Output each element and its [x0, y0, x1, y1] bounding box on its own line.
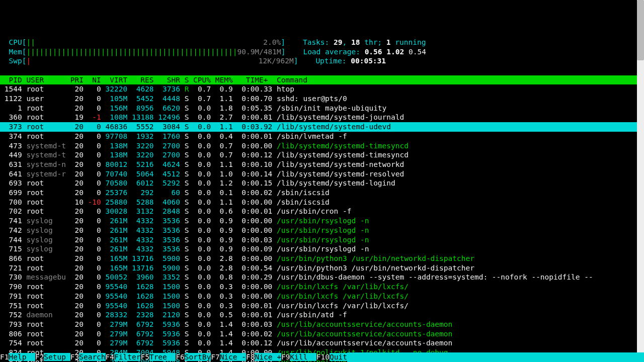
fkey-label[interactable]: SortBy: [185, 353, 211, 361]
process-row[interactable]: 751 root 20 0 95540 1628 1500 S 0.0 0.3 …: [0, 301, 644, 311]
fkey-label[interactable]: Nice -: [220, 353, 246, 361]
fkey-label[interactable]: Help: [9, 353, 35, 361]
process-row[interactable]: 793 root 20 0 279M 6792 5936 S 0.0 1.4 0…: [0, 320, 644, 329]
fkey-label[interactable]: Filter: [114, 353, 140, 361]
process-row[interactable]: 721 root 20 0 165M 13716 5900 S 0.0 2.8 …: [0, 263, 644, 273]
process-row[interactable]: 1122 user 20 0 105M 5452 4448 S 0.7 1.1 …: [0, 94, 644, 104]
process-row[interactable]: 631 systemd-n 20 0 80012 5216 4624 S 0.0…: [0, 160, 644, 169]
process-row[interactable]: 754 root 20 0 279M 6792 5936 S 0.0 1.4 0…: [0, 338, 644, 348]
fkey: F6: [176, 353, 184, 361]
fkey-label[interactable]: Setup: [44, 353, 70, 361]
process-row[interactable]: 741 syslog 20 0 261M 4332 3536 S 0.0 0.9…: [0, 216, 644, 226]
column-header[interactable]: PID USER PRI NI VIRT RES SHR S CPU% MEM%…: [0, 75, 637, 85]
fkey: F3: [70, 353, 79, 361]
process-row[interactable]: 866 root 20 0 165M 13716 5900 S 0.0 2.8 …: [0, 254, 644, 263]
fkey: F4: [106, 353, 114, 361]
scrollbar[interactable]: [637, 0, 644, 362]
process-row[interactable]: 752 daemon 20 0 28332 2328 2120 S 0.0 0.…: [0, 310, 644, 320]
fkey-label[interactable]: Tree: [149, 353, 176, 361]
fkey-label[interactable]: Quit: [330, 353, 347, 361]
swp-meter: Swp[| 12K/962M] Uptime: 00:05:31: [0, 56, 644, 66]
process-row[interactable]: 744 syslog 20 0 261M 4332 3536 S 0.0 0.9…: [0, 235, 644, 245]
process-row[interactable]: 1544 root 20 0 32220 4628 3736 R 0.7 0.9…: [0, 84, 644, 94]
process-row-selected[interactable]: 373 root 20 0 46836 5552 3084 S 0.0 1.1 …: [0, 122, 637, 132]
process-row[interactable]: 790 root 20 0 95540 1628 1500 S 0.0 0.3 …: [0, 282, 644, 292]
fkey: F9: [281, 353, 290, 361]
fkey: F10: [316, 353, 330, 361]
process-row[interactable]: 730 messagebu 20 0 50052 3960 3352 S 0.0…: [0, 273, 644, 282]
cpu-meter: CPU[|| 2.0%] Tasks: 29, 18 thr; 1 runnin…: [0, 38, 644, 47]
mem-meter: Mem[||||||||||||||||||||||||||||||||||||…: [0, 47, 644, 57]
fkey-label[interactable]: Nice +: [255, 353, 281, 361]
process-row[interactable]: 806 root 20 0 279M 6792 5936 S 0.0 1.4 0…: [0, 329, 644, 339]
process-row[interactable]: 699 root 20 0 25376 292 60 S 0.0 0.1 0:0…: [0, 188, 644, 198]
process-row[interactable]: 700 root 10 -10 25880 5288 4060 S 0.0 1.…: [0, 198, 644, 207]
process-row[interactable]: 693 root 20 0 70580 6012 5292 S 0.0 1.2 …: [0, 178, 644, 188]
process-row[interactable]: 360 root 19 -1 108M 13188 12496 S 0.0 2.…: [0, 113, 644, 122]
process-row[interactable]: 449 systemd-t 20 0 138M 3220 2700 S 0.0 …: [0, 150, 644, 160]
fkey: F7: [211, 353, 219, 361]
fkey-label[interactable]: Kill: [290, 353, 316, 361]
process-row[interactable]: 473 systemd-t 20 0 138M 3220 2700 S 0.0 …: [0, 141, 644, 151]
fkey: F5: [140, 353, 149, 361]
fkey-label[interactable]: Search: [79, 353, 105, 361]
process-row[interactable]: 715 syslog 20 0 261M 4332 3536 S 0.0 0.9…: [0, 244, 644, 254]
process-row[interactable]: 702 root 20 0 30028 3132 2848 S 0.0 0.6 …: [0, 207, 644, 216]
footer: F1Help F2Setup F3SearchF4FilterF5Tree F6…: [0, 352, 637, 362]
fkey: F2: [35, 353, 44, 361]
fkey: F8: [246, 353, 255, 361]
process-row[interactable]: 374 root 20 0 97708 1932 1760 S 0.0 0.4 …: [0, 132, 644, 141]
fkey: F1: [0, 353, 9, 361]
process-row[interactable]: 742 syslog 20 0 261M 4332 3536 S 0.0 0.9…: [0, 226, 644, 235]
tasks-label: Tasks:: [303, 38, 334, 46]
process-row[interactable]: 641 systemd-r 20 0 70740 5064 4512 S 0.0…: [0, 169, 644, 179]
process-row[interactable]: 791 root 20 0 95540 1628 1500 S 0.0 0.3 …: [0, 292, 644, 301]
process-row[interactable]: 1 root 20 0 156M 8956 6620 S 0.0 1.8 0:0…: [0, 104, 644, 113]
